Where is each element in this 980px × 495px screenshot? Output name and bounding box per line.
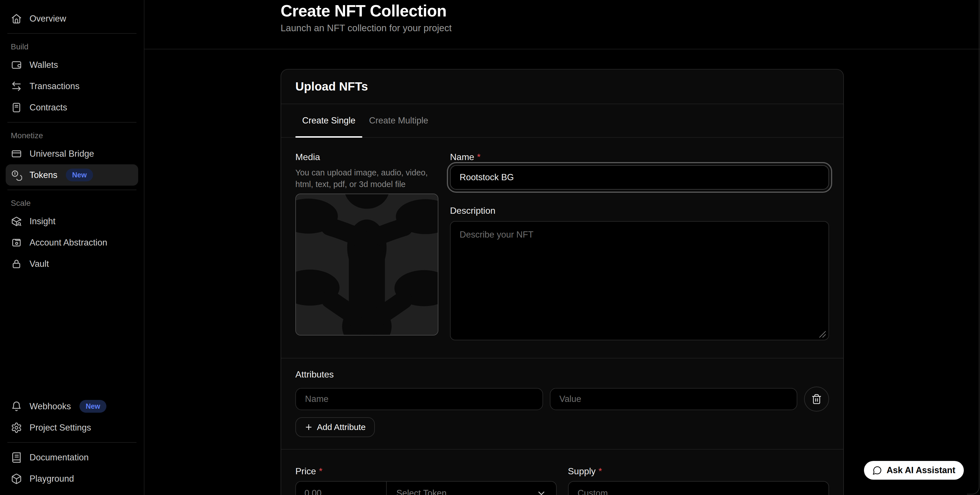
page-header: Create NFT Collection Launch an NFT coll… [145, 0, 980, 49]
card-header: Upload NFTs [281, 70, 843, 104]
name-label-text: Name [450, 152, 474, 162]
sidebar-section-scale: Scale [11, 199, 138, 208]
sidebar-item-label: Contracts [30, 102, 67, 113]
price-control: Select Token [295, 481, 557, 495]
bell-icon [11, 401, 22, 412]
sidebar-spacer [6, 274, 138, 396]
sidebar-item-label: Universal Bridge [30, 149, 94, 159]
sidebar-item-label: Webhooks [30, 401, 71, 412]
sidebar-item-label: Documentation [30, 452, 89, 463]
gear-icon [11, 422, 22, 433]
credit-card-icon [11, 148, 22, 159]
sidebar-item-label: Tokens [30, 170, 57, 180]
media-pattern-image [296, 194, 438, 335]
chevron-down-icon [536, 488, 546, 495]
description-label: Description [450, 205, 829, 216]
add-attribute-button[interactable]: Add Attribute [295, 417, 375, 437]
page-title: Create NFT Collection [281, 1, 844, 21]
sidebar-item-label: Project Settings [30, 423, 91, 433]
token-select-value: Select Token [396, 488, 447, 495]
main-content: Create NFT Collection Launch an NFT coll… [145, 0, 980, 495]
sidebar-item-label: Vault [30, 259, 49, 269]
plus-icon [304, 423, 313, 431]
sidebar-item-wallets[interactable]: Wallets [6, 54, 138, 75]
supply-label-text: Supply [568, 466, 596, 477]
ask-ai-assistant-label: Ask AI Assistant [887, 465, 955, 476]
wallet-icon [11, 59, 22, 71]
media-upload-preview[interactable] [295, 194, 438, 336]
description-textarea[interactable] [450, 221, 829, 340]
required-marker: * [598, 466, 602, 477]
price-label-text: Price [295, 466, 316, 477]
sidebar-divider [7, 189, 137, 190]
sidebar-item-universal-bridge[interactable]: Universal Bridge [6, 143, 138, 164]
sidebar-item-label: Overview [30, 14, 66, 24]
sidebar-item-overview[interactable]: Overview [6, 8, 138, 29]
attribute-value-input[interactable] [550, 388, 797, 410]
sidebar-item-webhooks[interactable]: Webhooks New [6, 396, 138, 417]
sidebar-item-playground[interactable]: Playground [6, 468, 138, 489]
sidebar: Overview Build Wallets Transactions Cont… [0, 0, 145, 495]
sidebar-section-monetize: Monetize [11, 131, 138, 140]
sidebar-item-label: Account Abstraction [30, 237, 107, 248]
resize-handle-icon[interactable] [818, 330, 826, 338]
arrows-left-right-icon [11, 81, 22, 92]
sidebar-item-account-abstraction[interactable]: Account Abstraction [6, 232, 138, 253]
supply-label: Supply * [568, 466, 829, 477]
tab-create-multiple[interactable]: Create Multiple [362, 104, 435, 137]
upload-nfts-card: Upload NFTs Create Single Create Multipl… [281, 69, 844, 495]
name-input[interactable] [450, 165, 829, 189]
attributes-section: Attributes Add Attribute [281, 358, 843, 450]
token-select-dropdown[interactable]: Select Token [387, 482, 556, 495]
price-label: Price * [295, 466, 557, 477]
sidebar-item-contracts[interactable]: Contracts [6, 97, 138, 118]
sidebar-item-tokens[interactable]: Tokens New [6, 164, 138, 186]
trash-icon [811, 394, 822, 404]
sidebar-divider [7, 33, 137, 34]
media-label: Media [295, 152, 438, 162]
required-marker: * [477, 152, 480, 162]
sidebar-item-transactions[interactable]: Transactions [6, 75, 138, 97]
sidebar-section-build: Build [11, 42, 138, 51]
media-and-details-section: Media You can upload image, audio, video… [281, 138, 843, 358]
sidebar-item-project-settings[interactable]: Project Settings [6, 417, 138, 438]
supply-input[interactable] [568, 481, 829, 495]
sidebar-divider [7, 442, 137, 443]
wallet-box-icon [11, 237, 22, 248]
new-badge: New [80, 400, 107, 413]
cube-icon [11, 473, 22, 484]
document-icon [11, 102, 22, 113]
ask-ai-assistant-button[interactable]: Ask AI Assistant [864, 461, 964, 480]
home-icon [11, 13, 22, 24]
page-subtitle: Launch an NFT collection for your projec… [281, 23, 844, 49]
new-badge: New [66, 169, 93, 181]
attribute-name-input[interactable] [295, 388, 543, 410]
attribute-row [295, 387, 829, 412]
tab-create-single[interactable]: Create Single [295, 104, 362, 137]
book-icon [11, 452, 22, 463]
sidebar-item-label: Playground [30, 474, 74, 484]
media-helper-text: You can upload image, audio, video, html… [295, 167, 437, 190]
sidebar-item-label: Transactions [30, 81, 80, 91]
coins-icon [11, 169, 22, 181]
attributes-label: Attributes [295, 369, 829, 380]
sidebar-divider [7, 122, 137, 123]
tab-list: Create Single Create Multiple [281, 104, 843, 138]
add-attribute-label: Add Attribute [317, 422, 366, 432]
card-title: Upload NFTs [295, 80, 829, 93]
sidebar-item-insight[interactable]: Insight [6, 211, 138, 232]
lock-icon [11, 258, 22, 270]
package-search-icon [11, 216, 22, 227]
delete-attribute-button[interactable] [804, 387, 829, 412]
sidebar-item-vault[interactable]: Vault [6, 253, 138, 274]
chat-bubble-icon [872, 465, 882, 475]
sidebar-item-label: Wallets [30, 60, 58, 70]
price-amount-input[interactable] [296, 482, 387, 495]
name-label: Name * [450, 152, 829, 162]
required-marker: * [319, 466, 322, 477]
sidebar-item-label: Insight [30, 216, 55, 226]
sidebar-item-documentation[interactable]: Documentation [6, 447, 138, 468]
price-supply-section: Price * Select Token Supply * [281, 450, 843, 495]
